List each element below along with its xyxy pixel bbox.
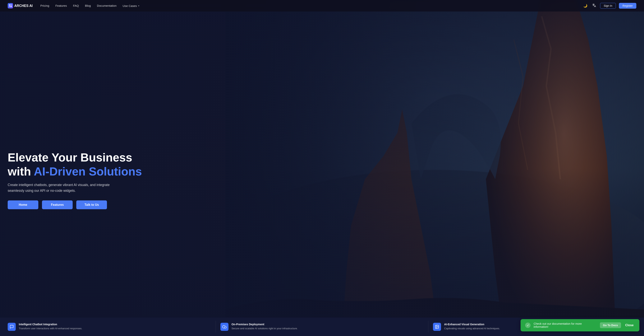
nav-use-cases[interactable]: Use Cases ▼ <box>123 4 140 8</box>
nav-features[interactable]: Features <box>56 4 67 7</box>
nav-pricing[interactable]: Pricing <box>40 4 49 7</box>
hero-features-button[interactable]: Features <box>42 200 73 209</box>
feature-card-chatbot: Intelligent Chatbot Integration Transfor… <box>8 321 216 332</box>
hero-buttons: Home Features Talk to Us <box>8 200 157 209</box>
hero-title: Elevate Your Business with AI-Driven Sol… <box>8 151 157 179</box>
feature-title-chatbot: Intelligent Chatbot Integration <box>19 323 211 326</box>
signin-button[interactable]: Sign In <box>600 3 616 9</box>
svg-rect-2 <box>9 6 10 7</box>
svg-point-10 <box>436 326 437 326</box>
hero-home-button[interactable]: Home <box>8 200 38 209</box>
hero-content: Elevate Your Business with AI-Driven Sol… <box>0 151 165 209</box>
feature-text-deployment: On-Premises Deployment Secure and scalab… <box>232 323 424 330</box>
toast-check-icon: ✓ <box>525 322 530 328</box>
nav-docs[interactable]: Documentation <box>97 4 116 7</box>
logo-icon <box>8 3 13 9</box>
navbar: ARCHES AI Pricing Features FAQ Blog Docu… <box>0 0 644 12</box>
toast-message: Check out our documentation for more inf… <box>534 322 597 328</box>
translate-button[interactable] <box>592 3 597 9</box>
toast-close-button[interactable]: Close <box>624 323 635 327</box>
feature-desc-deployment: Secure and scalable AI solutions right i… <box>232 326 424 330</box>
hero-title-highlight: AI-Driven Solutions <box>34 165 142 178</box>
hero-talk-button[interactable]: Talk to Us <box>76 200 107 209</box>
svg-rect-3 <box>10 6 12 7</box>
feature-text-chatbot: Intelligent Chatbot Integration Transfor… <box>19 323 211 330</box>
nav-links: Pricing Features FAQ Blog Documentation … <box>40 4 140 8</box>
feature-desc-chatbot: Transform user interactions with AI-enha… <box>19 326 211 330</box>
toast-goto-docs-button[interactable]: Go To Docs <box>600 322 621 328</box>
visual-icon <box>433 323 441 331</box>
feature-card-deployment: On-Premises Deployment Secure and scalab… <box>216 321 428 332</box>
hero-subtitle: Create intelligent chatbots, generate vi… <box>8 182 113 194</box>
translate-icon <box>592 4 596 8</box>
nav-faq[interactable]: FAQ <box>73 4 79 7</box>
nav-right: 🌙 Sign In Register <box>582 3 636 9</box>
logo-link[interactable]: ARCHES AI <box>8 3 33 9</box>
nav-blog[interactable]: Blog <box>85 4 91 7</box>
brand-name: ARCHES AI <box>14 4 32 8</box>
svg-rect-1 <box>10 5 12 6</box>
chatbot-icon <box>8 323 16 331</box>
register-button[interactable]: Register <box>619 3 636 9</box>
dark-mode-button[interactable]: 🌙 <box>582 3 588 9</box>
moon-icon: 🌙 <box>583 4 588 8</box>
chevron-down-icon: ▼ <box>138 5 140 7</box>
hero-section: Elevate Your Business with AI-Driven Sol… <box>0 0 644 336</box>
nav-left: ARCHES AI Pricing Features FAQ Blog Docu… <box>8 3 140 9</box>
feature-title-deployment: On-Premises Deployment <box>232 323 424 326</box>
toast-notification: ✓ Check out our documentation for more i… <box>520 319 640 331</box>
svg-rect-0 <box>9 5 10 6</box>
deployment-icon <box>220 323 228 331</box>
